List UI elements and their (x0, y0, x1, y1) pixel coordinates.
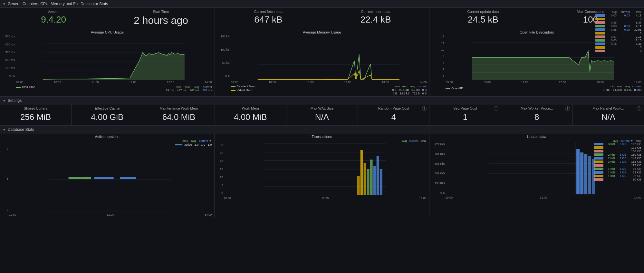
settings-section-title: Settings (8, 98, 22, 103)
cpu-chart-stats: min max avg current (177, 85, 212, 89)
cpu-chart-area: 500 ms400 ms300 ms200 ms100 ms0 ns 0 (3, 35, 212, 84)
svg-rect-35 (364, 163, 366, 195)
version-value: 9.4.20 (4, 15, 103, 25)
fd-legend-label: Open FD (451, 87, 463, 90)
update-data-legend-row: 2 KiB 2 KiB 118 KiB (594, 160, 641, 163)
shared-buffers-value: 256 MiB (4, 112, 67, 122)
max-parallel-value: N/A (577, 112, 640, 122)
seq-page-cost-label: Seq Page Cost (433, 106, 497, 110)
random-page-cost-info-icon[interactable]: i (422, 106, 427, 111)
settings-chevron-icon: ▼ (3, 99, 6, 102)
svg-rect-51 (588, 156, 591, 194)
virtual-current: 0 B (422, 92, 427, 95)
cpu-xaxis: 09:0010:0011:0012:0013:0014:00 (16, 81, 212, 84)
max-parallel-info-icon[interactable]: i (637, 106, 641, 111)
max-parallel-card: i Max Parallel Work... N/A (573, 104, 644, 125)
memory-svg-wrap (231, 35, 426, 80)
update-data-value: 24.5 kB (433, 15, 533, 25)
start-time-card: Start Time 2 hours ago (107, 8, 215, 29)
cpu-legend-dot (16, 87, 21, 88)
sessions-avg: 1.0 (201, 143, 205, 146)
max-wal-card: Max WAL Size N/A (286, 104, 358, 125)
general-section-title: General Counters, CPU, Memory and File D… (8, 2, 108, 6)
svg-rect-33 (357, 176, 360, 195)
memory-chart-title: Average Memory Usage (217, 30, 427, 34)
fd-max: 11,000 (613, 88, 622, 92)
svg-rect-40 (380, 169, 382, 195)
sessions-max: 1.0 (195, 143, 199, 146)
memory-xaxis: 09:0010:0011:0012:0013:0014:00 (231, 81, 427, 84)
shared-buffers-label: Shared Buffers (4, 106, 67, 110)
chevron-down-icon: ▼ (3, 2, 6, 6)
fd-avg: 8,115 (624, 88, 632, 92)
update-data-legend-row: 1 KiB 1 KiB 82 KiB (594, 174, 641, 178)
resident-avg: 8.7 kB (411, 88, 420, 92)
max-worker-value: 8 (505, 112, 569, 122)
charts-row: Average CPU Usage 500 ms400 ms300 ms200 … (0, 29, 644, 97)
fd-current: 8,000 (634, 88, 641, 92)
fetch-data-card: Current fetch data 647 kB (215, 8, 322, 29)
update-data-legend-row: 117 KiB (594, 164, 641, 167)
update-data-legend-row: 150 KiB (594, 150, 641, 153)
svg-rect-39 (377, 156, 379, 195)
sessions-legend-label: active (184, 143, 192, 146)
svg-rect-24 (94, 177, 114, 179)
svg-rect-50 (584, 154, 587, 194)
svg-rect-36 (367, 169, 370, 195)
update-data-legend-row: 2 KiB 3 KiB 160 KiB (594, 153, 641, 156)
seq-page-cost-info-icon[interactable]: i (494, 106, 498, 111)
max-worker-info-icon[interactable]: i (565, 106, 570, 111)
update-data-legend-row: 3 KiB 3 KiB 192 KiB (594, 142, 641, 146)
database-chevron-icon: ▼ (3, 128, 6, 132)
cpu-legend-item: CPU Time (16, 85, 35, 89)
cpu-legend: CPU Time (16, 85, 35, 89)
update-data-legend-row: 1 KiB 1 KiB 86 KiB (594, 167, 641, 171)
cpu-max: 417 ms (177, 89, 187, 92)
fetch-data-label: Current fetch data (219, 10, 318, 14)
sessions-current: 1.0 (208, 143, 212, 146)
svg-rect-48 (576, 149, 580, 194)
memory-chart-panel: Average Memory Usage 150 kB100 kB50 kB0 … (215, 29, 430, 96)
svg-marker-18 (472, 51, 614, 80)
cpu-avg: 267 ms (190, 89, 199, 92)
cpu-current: 292 ms (202, 89, 212, 92)
random-page-cost-label: Random Page Cost (362, 106, 425, 110)
database-section-title: Database Stats (8, 127, 34, 132)
fd-xaxis: 09:0010:0011:0012:0013:0014:00 (446, 81, 641, 84)
memory-legend: Resident Mem Virtual Mem (231, 85, 255, 92)
update-data-label: Current update data (433, 10, 533, 14)
random-page-cost-value: 4 (362, 112, 425, 122)
resident-legend-label: Resident Mem (237, 85, 255, 88)
maintenance-mem-card: Maintenance Work Mem 64.0 MiB (143, 104, 215, 125)
update-data-chart-title: Update data (432, 135, 641, 139)
update-data-legend-row: 1 KiB 1 KiB 82 KiB (594, 171, 641, 174)
transactions-chart-panel: Transactions avg current total 302520151… (215, 133, 429, 218)
seq-page-cost-card: i Seq Page Cost 1 (429, 104, 501, 125)
virtual-min: 0 B (393, 92, 397, 95)
svg-rect-22 (69, 177, 82, 179)
version-card: Version 9.4.20 (0, 8, 107, 29)
svg-marker-6 (43, 53, 185, 80)
memory-yaxis: 150 kB100 kB50 kB0 B (217, 35, 230, 77)
virtual-avg: 762 B (412, 92, 420, 95)
resident-current: 0 B (422, 88, 427, 92)
transactions-svg (224, 143, 426, 195)
svg-rect-38 (373, 166, 376, 195)
fd-legend-dot (446, 88, 450, 89)
update-data-legend-row: 80 KiB (594, 178, 641, 181)
sessions-svg (9, 147, 212, 211)
memory-stats: min max avg current 0 B 99.1 kB 8.7 kB 0… (392, 85, 427, 95)
effective-cache-value: 4.00 GiB (75, 112, 139, 122)
fd-legend: Open FD (446, 85, 463, 92)
seq-page-cost-value: 1 (433, 112, 497, 122)
max-worker-label: Max Worker Proce... (505, 106, 569, 110)
database-charts-row: Active sessions max avg current ▼ active… (0, 133, 644, 218)
stat-cards-row: Version 9.4.20 Start Time 2 hours ago Cu… (0, 8, 644, 29)
update-data-legend-table: 3 KiB 3 KiB 192 KiB 191 KiB 150 KiB 2 Ki… (594, 142, 641, 181)
cpu-svg-wrap (16, 35, 211, 80)
random-page-cost-card: i Random Page Cost 4 (358, 104, 429, 125)
resident-max: 99.1 kB (399, 88, 409, 92)
resident-legend-dot (231, 86, 235, 87)
fd-stats: min max avg current 7,000 11,000 8,115 8… (603, 85, 641, 92)
maintenance-mem-label: Maintenance Work Mem (147, 106, 210, 110)
